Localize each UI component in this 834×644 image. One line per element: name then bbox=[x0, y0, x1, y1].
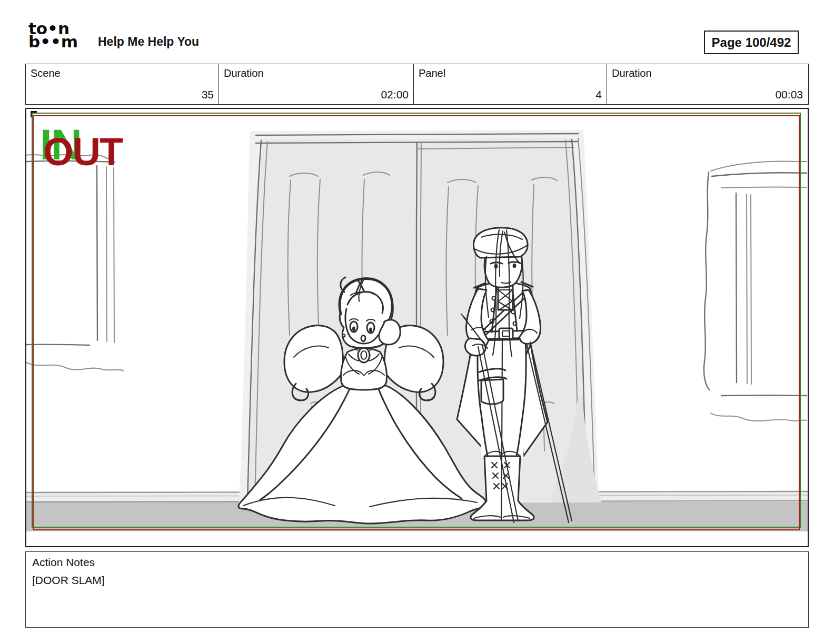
scene-duration-value: 02:00 bbox=[381, 88, 409, 101]
camera-frame-out bbox=[33, 115, 800, 530]
panel-info-table: Scene 35 Duration 02:00 Panel 4 Duration… bbox=[25, 64, 809, 105]
scene-duration-label: Duration bbox=[224, 67, 264, 79]
panel-number-cell: Panel 4 bbox=[414, 64, 607, 104]
panel-duration-value: 00:03 bbox=[775, 88, 803, 101]
panel-label: Panel bbox=[419, 67, 445, 79]
scene-cell: Scene 35 bbox=[26, 64, 219, 104]
panel-value: 4 bbox=[595, 88, 602, 101]
camera-out-label: OUT bbox=[43, 133, 122, 172]
toonboom-logo-line2: b••m bbox=[28, 35, 92, 48]
action-notes-text: [DOOR SLAM] bbox=[32, 574, 802, 587]
panel-duration-label: Duration bbox=[612, 67, 652, 79]
toonboom-logo: to•n b••m bbox=[28, 22, 92, 48]
panel-duration-cell: Duration 00:03 bbox=[607, 64, 808, 104]
page-number-label: Page 100/492 bbox=[712, 35, 791, 50]
project-title: Help Me Help You bbox=[98, 35, 199, 49]
scene-value: 35 bbox=[202, 88, 214, 101]
action-notes-box: Action Notes [DOOR SLAM] bbox=[25, 551, 809, 628]
scene-label: Scene bbox=[31, 67, 61, 79]
action-notes-title: Action Notes bbox=[32, 556, 802, 569]
page-number-box: Page 100/492 bbox=[704, 31, 799, 54]
scene-duration-cell: Duration 02:00 bbox=[219, 64, 414, 104]
